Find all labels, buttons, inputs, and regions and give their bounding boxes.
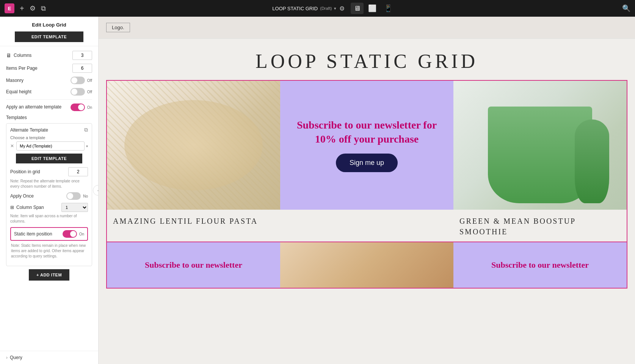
apply-alternate-toggle[interactable] xyxy=(71,104,85,111)
topbar-center: LOOP STATIC GRID (Draft) ▾ ⚙ 🖥 ⬜ 📱 xyxy=(272,3,395,14)
position-input[interactable] xyxy=(68,167,88,176)
divider-1 xyxy=(6,99,92,100)
equal-height-label: Equal height xyxy=(6,89,31,94)
newsletter-signup-btn[interactable]: Sign me up xyxy=(336,154,398,172)
grid-cell-pasta: AMAZING LENTIL FLOUR PASTA xyxy=(107,81,280,242)
column-span-label: ⊞ Column Span xyxy=(10,205,44,210)
apply-alternate-row: Apply an alternate template On xyxy=(6,104,92,111)
smoothie-image xyxy=(453,81,627,210)
edit-template-button-2[interactable]: EDIT TEMPLATE xyxy=(16,154,82,163)
static-item-state: On xyxy=(79,232,84,236)
column-span-select-wrap: 1 2 3 xyxy=(61,203,88,212)
topbar-right: 🔍 xyxy=(622,4,630,13)
select-arrow-icon: ▾ xyxy=(86,144,88,148)
equal-height-row: Equal height Off xyxy=(6,88,92,96)
layers-icon[interactable]: ⧉ xyxy=(41,5,46,13)
choose-template-label: Choose a template xyxy=(10,135,88,140)
equal-height-toggle[interactable] xyxy=(71,88,85,96)
edit-template-button-top[interactable]: EDIT TEMPLATE xyxy=(15,31,84,42)
masonry-label: Masonry xyxy=(6,78,24,83)
topbar-left: E + ⚙ ⧉ xyxy=(5,3,46,13)
apply-once-toggle[interactable] xyxy=(66,192,81,200)
items-per-page-label: Items Per Page xyxy=(6,66,38,71)
items-per-page-row: Items Per Page xyxy=(6,64,92,73)
query-row[interactable]: › Query xyxy=(0,351,98,364)
masonry-toggle-wrap: Off xyxy=(71,77,92,84)
page-title-bar: LOOP STATIC GRID (Draft) ▾ xyxy=(272,6,336,11)
plus-icon[interactable]: + xyxy=(20,4,24,13)
static-item-toggle[interactable] xyxy=(63,230,77,238)
position-label: Position in grid xyxy=(10,169,40,174)
templates-section-label: Templates xyxy=(6,115,92,120)
copy-icon[interactable]: ⧉ xyxy=(84,127,88,133)
position-note: Note: Repeat the alternate template once… xyxy=(10,179,88,189)
logo-text: Logo. xyxy=(112,25,124,30)
bottom-newsletter-text-left: Subscribe to our newsletter xyxy=(145,260,242,271)
static-item-label: Static item position xyxy=(14,231,52,237)
sidebar-header: Edit Loop Grid EDIT TEMPLATE xyxy=(0,17,98,46)
static-item-toggle-wrap: On xyxy=(63,230,84,238)
alternate-template-name: Alternate Template ⧉ xyxy=(10,127,88,133)
loop-grid-bottom: Subscribe to our newsletter Subscribe to… xyxy=(106,242,627,289)
elementor-logo-icon[interactable]: E xyxy=(5,3,14,13)
product2-title: GREEN & MEAN BOOSTUP SMOOTHIE xyxy=(453,210,627,242)
columns-row: 🖥 Columns xyxy=(6,51,92,60)
equal-height-toggle-wrap: Off xyxy=(71,88,92,96)
sidebar-title: Edit Loop Grid xyxy=(6,22,92,28)
pasta-image xyxy=(107,81,280,210)
columns-label: 🖥 Columns xyxy=(6,52,31,58)
apply-alternate-label: Apply an alternate template xyxy=(6,104,61,110)
device-mobile-btn[interactable]: 📱 xyxy=(381,3,395,14)
add-item-wrap: + ADD ITEM xyxy=(6,269,92,281)
columns-input[interactable] xyxy=(72,51,92,60)
topbar-settings-icon[interactable]: ⚙ xyxy=(339,5,345,12)
dropdown-arrow-icon[interactable]: ▾ xyxy=(334,6,336,11)
bottom-newsletter-left: Subscribe to our newsletter xyxy=(107,242,280,288)
bottom-newsletter-text-right: Subscribe to our newsletter xyxy=(491,260,589,271)
alternate-template-box: Alternate Template ⧉ Choose a template ✕… xyxy=(6,123,92,266)
apply-alternate-state: On xyxy=(87,105,92,110)
canvas: Logo. LOOP STATIC GRID AMAZING LENTIL FL… xyxy=(99,17,635,364)
static-item-note: Note: Static Items remain in place when … xyxy=(10,243,88,259)
newsletter-text: Subscribe to our newsletter for 10% off … xyxy=(292,118,442,146)
apply-once-label: Apply Once xyxy=(10,193,34,199)
device-desktop-btn[interactable]: 🖥 xyxy=(351,3,364,14)
column-span-note: Note: Item will span across a number of … xyxy=(10,213,88,224)
product1-title: AMAZING LENTIL FLOUR PASTA xyxy=(107,210,280,231)
column-span-icon: ⊞ xyxy=(10,205,14,210)
items-per-page-input[interactable] xyxy=(72,64,92,73)
canvas-inner: Logo. LOOP STATIC GRID AMAZING LENTIL FL… xyxy=(99,17,635,364)
device-tablet-btn[interactable]: ⬜ xyxy=(365,3,379,14)
query-chevron-icon: › xyxy=(6,355,8,360)
tune-icon[interactable]: ⚙ xyxy=(30,4,36,13)
masonry-state: Off xyxy=(87,78,92,83)
grid-cell-newsletter: Subscribe to our newsletter for 10% off … xyxy=(280,81,453,242)
bottom-newsletter-right: Subscribe to our newsletter xyxy=(453,242,627,288)
page-title-section: LOOP STATIC GRID xyxy=(99,39,635,80)
apply-once-state: No xyxy=(83,194,88,198)
query-label: Query xyxy=(10,355,22,360)
page-main-title: LOOP STATIC GRID xyxy=(121,50,612,72)
column-span-select[interactable]: 1 2 3 xyxy=(61,203,88,212)
equal-height-state: Off xyxy=(87,90,92,94)
sidebar: Edit Loop Grid EDIT TEMPLATE 🖥 Columns I… xyxy=(0,17,99,364)
masonry-row: Masonry Off xyxy=(6,77,92,84)
bottom-food-img xyxy=(280,242,453,288)
apply-once-toggle-wrap: No xyxy=(66,192,88,200)
masonry-toggle[interactable] xyxy=(71,77,85,84)
loop-grid: AMAZING LENTIL FLOUR PASTA Subscribe to … xyxy=(106,80,627,242)
search-icon[interactable]: 🔍 xyxy=(622,4,630,13)
template-select[interactable]: My Ad (Template) xyxy=(16,141,85,151)
draft-badge: (Draft) xyxy=(320,6,332,11)
apply-alternate-toggle-wrap: On xyxy=(71,104,92,111)
add-item-button[interactable]: + ADD ITEM xyxy=(29,269,69,281)
static-item-position-row: Static item position On xyxy=(10,227,88,241)
topbar: E + ⚙ ⧉ LOOP STATIC GRID (Draft) ▾ ⚙ 🖥 ⬜… xyxy=(0,0,635,17)
monitor-icon: 🖥 xyxy=(6,52,11,58)
apply-once-row: Apply Once No xyxy=(10,192,88,200)
page-name: LOOP STATIC GRID xyxy=(272,6,318,11)
select-clear-icon[interactable]: ✕ xyxy=(10,143,14,149)
column-span-row: ⊞ Column Span 1 2 3 xyxy=(10,203,88,212)
logo-box: Logo. xyxy=(106,23,130,32)
grid-cell-smoothie: GREEN & MEAN BOOSTUP SMOOTHIE xyxy=(453,81,627,242)
